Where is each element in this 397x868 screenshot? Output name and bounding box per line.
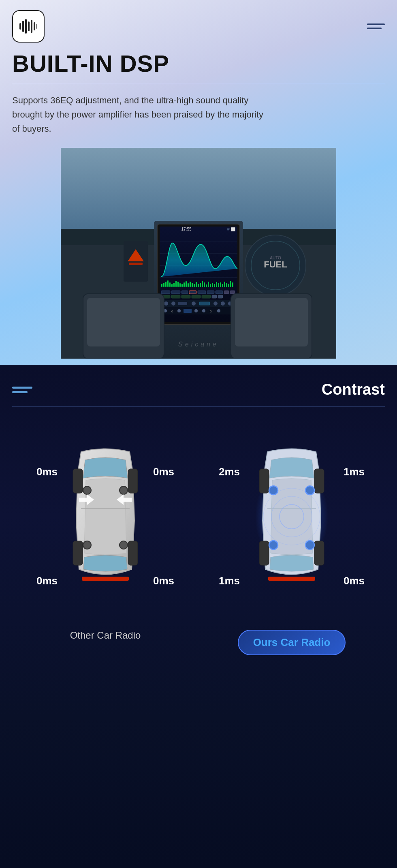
svg-rect-61 bbox=[189, 291, 196, 294]
svg-rect-1 bbox=[22, 21, 24, 32]
svg-rect-34 bbox=[186, 281, 187, 287]
svg-rect-33 bbox=[184, 282, 185, 287]
left-car-label: Other Car Radio bbox=[70, 630, 141, 641]
app-logo bbox=[12, 10, 45, 43]
svg-rect-36 bbox=[190, 282, 191, 287]
svg-point-76 bbox=[171, 301, 175, 306]
right-timing-top-left: 2ms bbox=[219, 466, 240, 478]
right-car-svg bbox=[251, 440, 332, 594]
svg-rect-59 bbox=[171, 291, 180, 294]
subtitle-text: Supports 36EQ adjustment, and the ultra-… bbox=[12, 93, 271, 136]
svg-text:17:55: 17:55 bbox=[181, 227, 191, 231]
svg-rect-52 bbox=[222, 284, 223, 287]
svg-rect-87 bbox=[184, 309, 192, 313]
right-timing-bottom-left: 1ms bbox=[219, 575, 240, 587]
left-car-comparison: 0ms 0ms 0ms 0ms bbox=[16, 427, 194, 641]
svg-rect-47 bbox=[212, 283, 213, 287]
right-car-label: Ours Car Radio bbox=[238, 630, 346, 655]
svg-rect-64 bbox=[216, 291, 223, 294]
svg-rect-45 bbox=[208, 282, 209, 287]
svg-rect-60 bbox=[181, 291, 188, 294]
title-divider bbox=[12, 84, 385, 84]
menu-button[interactable] bbox=[367, 24, 385, 29]
contrast-title: Contrast bbox=[322, 381, 385, 398]
svg-rect-79 bbox=[199, 302, 210, 305]
svg-point-86 bbox=[177, 309, 181, 312]
svg-rect-66 bbox=[230, 291, 235, 294]
svg-rect-105 bbox=[235, 298, 308, 346]
svg-rect-62 bbox=[198, 291, 206, 294]
svg-rect-58 bbox=[161, 291, 170, 294]
svg-text:⬜: ⬜ bbox=[231, 227, 236, 232]
svg-rect-120 bbox=[314, 469, 324, 493]
left-timing-top-right: 0ms bbox=[153, 466, 174, 478]
svg-rect-25 bbox=[167, 280, 169, 287]
svg-rect-119 bbox=[259, 469, 269, 493]
svg-point-88 bbox=[194, 309, 198, 312]
svg-rect-65 bbox=[224, 291, 229, 294]
svg-point-125 bbox=[269, 541, 278, 549]
top-section: BUILT-IN DSP Supports 36EQ adjustment, a… bbox=[0, 0, 397, 365]
svg-rect-40 bbox=[198, 284, 199, 287]
svg-rect-3 bbox=[28, 21, 30, 31]
svg-rect-42 bbox=[202, 281, 203, 287]
left-car-svg bbox=[65, 440, 146, 594]
svg-point-80 bbox=[213, 301, 218, 306]
svg-point-75 bbox=[164, 301, 168, 306]
svg-rect-121 bbox=[259, 541, 269, 565]
svg-rect-2 bbox=[25, 19, 27, 34]
svg-rect-23 bbox=[163, 283, 164, 287]
car-image-section: 0 0 17:55 ≋ ⬜ AUTO FUEL bbox=[12, 148, 385, 359]
svg-rect-6 bbox=[36, 24, 37, 29]
svg-rect-110 bbox=[73, 541, 83, 565]
header bbox=[12, 0, 385, 51]
svg-rect-49 bbox=[216, 282, 217, 287]
svg-text:0: 0 bbox=[171, 310, 173, 313]
svg-rect-51 bbox=[220, 282, 221, 287]
svg-rect-103 bbox=[87, 298, 160, 346]
svg-rect-31 bbox=[179, 283, 181, 287]
svg-rect-30 bbox=[177, 282, 179, 287]
svg-point-124 bbox=[305, 486, 314, 495]
svg-rect-22 bbox=[161, 284, 162, 287]
svg-text:≋: ≋ bbox=[227, 227, 230, 231]
menu-line-1 bbox=[367, 24, 385, 25]
svg-rect-53 bbox=[224, 282, 225, 287]
svg-rect-63 bbox=[207, 291, 214, 294]
svg-point-81 bbox=[221, 301, 225, 306]
svg-point-123 bbox=[269, 486, 278, 495]
svg-rect-69 bbox=[181, 295, 190, 298]
svg-rect-37 bbox=[192, 283, 193, 287]
svg-point-114 bbox=[83, 541, 91, 549]
svg-rect-72 bbox=[212, 295, 217, 298]
svg-rect-73 bbox=[218, 295, 223, 298]
svg-rect-35 bbox=[188, 283, 189, 287]
menu-line-2 bbox=[367, 28, 382, 29]
line-2 bbox=[12, 391, 28, 393]
svg-point-78 bbox=[192, 301, 196, 306]
left-timing-bottom-right: 0ms bbox=[153, 575, 174, 587]
svg-point-91 bbox=[217, 309, 220, 312]
right-car-comparison: 2ms 1ms 1ms 0ms bbox=[203, 427, 381, 655]
svg-rect-70 bbox=[192, 295, 201, 298]
left-timing-bottom-left: 0ms bbox=[36, 575, 58, 587]
svg-rect-39 bbox=[196, 282, 197, 287]
svg-rect-44 bbox=[206, 284, 207, 287]
svg-rect-55 bbox=[228, 284, 229, 287]
svg-rect-54 bbox=[226, 283, 227, 287]
left-timing-top-left: 0ms bbox=[36, 466, 58, 478]
comparison-area: 0ms 0ms 0ms 0ms bbox=[12, 427, 385, 655]
right-timing-top-right: 1ms bbox=[344, 466, 365, 478]
svg-point-113 bbox=[120, 486, 128, 494]
svg-rect-68 bbox=[171, 295, 180, 298]
svg-point-112 bbox=[83, 486, 91, 494]
contrast-divider bbox=[12, 406, 385, 407]
svg-rect-28 bbox=[173, 283, 175, 287]
svg-rect-27 bbox=[171, 284, 173, 287]
svg-rect-24 bbox=[165, 282, 166, 287]
svg-point-126 bbox=[305, 541, 314, 549]
svg-rect-122 bbox=[314, 541, 324, 565]
line-1 bbox=[12, 387, 32, 389]
svg-rect-71 bbox=[202, 295, 211, 298]
car-dashboard: 0 0 17:55 ≋ ⬜ AUTO FUEL bbox=[61, 148, 336, 359]
